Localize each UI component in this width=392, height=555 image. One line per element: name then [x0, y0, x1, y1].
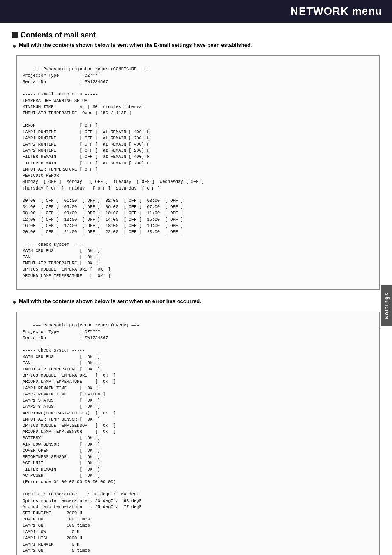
section1-title: Contents of mail sent	[21, 31, 96, 39]
page-header: NETWORK menu	[0, 0, 392, 23]
mail-box-configure-content: === Panasonic projector report(CONFIGURE…	[23, 67, 204, 278]
mail-box-error: === Panasonic projector report(ERROR) ==…	[16, 312, 380, 555]
section1-icon	[12, 32, 18, 38]
section2-bullet: ●	[12, 298, 16, 306]
section2-subtitle: ● Mail with the contents shown below is …	[12, 298, 380, 306]
settings-tab-label: Settings	[383, 291, 390, 319]
header-title: NETWORK menu	[291, 5, 382, 17]
main-content: Contents of mail sent ● Mail with the co…	[0, 23, 392, 555]
section1-subtitle: ● Mail with the contents shown below is …	[12, 42, 380, 50]
section1-bullet: ●	[12, 42, 16, 50]
section1-subtitle-text: Mail with the contents shown below is se…	[19, 42, 252, 48]
settings-tab[interactable]: Settings	[381, 285, 392, 326]
section2-subtitle-text: Mail with the contents shown below is se…	[19, 298, 201, 304]
mail-box-error-content: === Panasonic projector report(ERROR) ==…	[23, 323, 142, 555]
section1-title-row: Contents of mail sent	[12, 31, 380, 39]
mail-box-configure: === Panasonic projector report(CONFIGURE…	[16, 56, 380, 290]
